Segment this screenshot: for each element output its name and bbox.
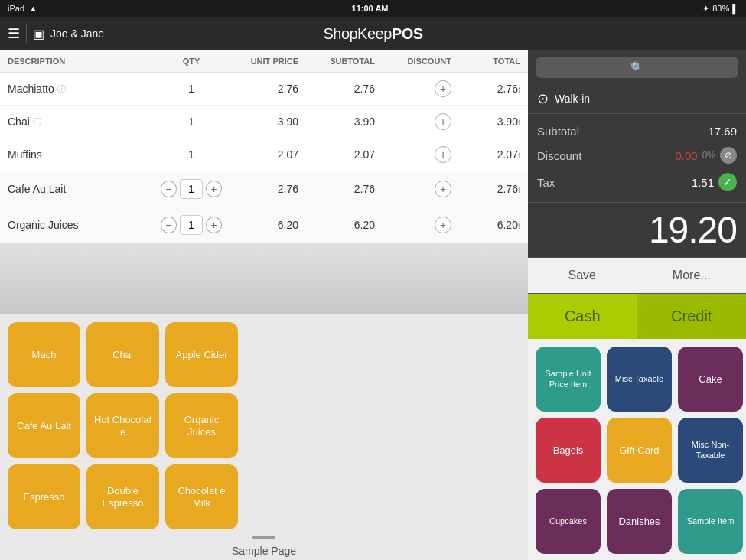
subtotal: 6.20	[298, 219, 375, 231]
unit-price: 6.20	[222, 219, 298, 231]
table-header: DESCRIPTION QTY UNIT PRICE SUBTOTAL DISC…	[0, 50, 528, 73]
qty-input[interactable]: 1	[180, 215, 203, 235]
subtotal: 2.76	[298, 183, 375, 195]
discount-cell: +	[375, 181, 451, 197]
total-amount: 19.20	[649, 210, 737, 250]
register-icon: ▣	[33, 27, 44, 41]
qty-increase-button[interactable]: +	[206, 181, 222, 197]
total-cell: 6.20t	[451, 219, 520, 231]
unit-price: 3.90	[222, 116, 298, 128]
subtotal: 2.76	[298, 83, 375, 95]
discount-cell: +	[375, 146, 451, 163]
qty-cell: − 1 +	[161, 215, 222, 235]
item-name-muffins: Muffins	[8, 148, 161, 161]
subtotal-value: 17.69	[708, 125, 737, 138]
table-row: Organic Juices − 1 + 6.20 6.20 + 6.20t	[0, 207, 528, 243]
customer-row: ⊙ Walk-in	[528, 84, 746, 114]
credit-button[interactable]: Credit	[637, 294, 747, 339]
qty-increase-button[interactable]: +	[206, 217, 222, 233]
product-button-cupcakes[interactable]: Cupcakes	[536, 489, 601, 554]
customer-icon: ⊙	[537, 90, 549, 107]
cash-button[interactable]: Cash	[528, 294, 637, 339]
status-time: 11:00 AM	[352, 4, 389, 13]
product-button-chocolate-milk[interactable]: Chocolat e Milk	[165, 464, 238, 529]
add-discount-button[interactable]: +	[435, 181, 451, 197]
discount-cell: +	[375, 80, 451, 97]
tax-check-icon: ✓	[718, 173, 737, 191]
info-icon[interactable]: ⓘ	[57, 83, 66, 95]
discount-percent: 0%	[702, 150, 715, 161]
logo-regular: ShopKeep	[323, 25, 391, 42]
subtotal: 2.07	[298, 148, 375, 161]
product-button-espresso[interactable]: Espresso	[8, 464, 80, 529]
add-discount-button[interactable]: +	[435, 217, 451, 233]
total-display: 19.20	[528, 203, 746, 258]
discount-controls: 0.00 0% ⊘	[675, 147, 737, 164]
subtotal: 3.90	[298, 116, 375, 128]
edit-discount-button[interactable]: ⊘	[720, 147, 737, 164]
add-discount-button[interactable]: +	[435, 113, 451, 130]
product-button-hot-chocolate[interactable]: Hot Chocolat e	[86, 393, 159, 458]
product-button-cafe-au-lait[interactable]: Cafe Au Lait	[8, 393, 80, 458]
page-indicator	[8, 529, 520, 542]
page-label: Sample Page	[8, 542, 520, 560]
product-button-misc-non-taxable[interactable]: Misc Non-Taxable	[678, 418, 743, 483]
add-discount-button[interactable]: +	[435, 146, 451, 163]
order-summary: Subtotal 17.69 Discount 0.00 0% ⊘ Tax 1.…	[528, 114, 746, 203]
more-button[interactable]: More...	[637, 258, 747, 293]
battery-label: 83%	[712, 4, 729, 13]
app-logo: ShopKeepPOS	[323, 25, 422, 43]
order-spacer	[0, 243, 528, 314]
col-total: TOTAL	[451, 57, 520, 66]
total-cell: 2.76t	[451, 183, 520, 195]
action-buttons: Save More...	[528, 258, 746, 294]
item-name-machiatto: Machiatto ⓘ	[8, 83, 161, 95]
col-unit-price: UNIT PRICE	[222, 57, 298, 66]
save-button[interactable]: Save	[528, 258, 637, 293]
search-input[interactable]	[536, 57, 738, 78]
col-discount: DISCOUNT	[375, 57, 451, 66]
divider	[26, 24, 27, 43]
product-button-gift-card[interactable]: Gift Card	[607, 418, 672, 483]
product-button-bagels[interactable]: Bagels	[536, 418, 601, 483]
add-discount-button[interactable]: +	[435, 80, 451, 97]
tax-row: Tax 1.51 ✓	[537, 168, 737, 196]
product-button-danishes[interactable]: Danishes	[607, 489, 672, 554]
menu-button[interactable]: ☰	[8, 25, 20, 42]
subtotal-row: Subtotal 17.69	[537, 120, 737, 142]
discount-row: Discount 0.00 0% ⊘	[537, 142, 737, 168]
discount-cell: +	[375, 113, 451, 130]
info-icon[interactable]: ⓘ	[33, 116, 41, 128]
product-button-cake[interactable]: Cake	[678, 347, 743, 412]
payment-buttons: Cash Credit	[528, 294, 746, 339]
product-button-apple-cider[interactable]: Apple Cider	[165, 322, 238, 387]
discount-value: 0.00	[675, 149, 697, 162]
product-button-chai[interactable]: Chai	[86, 322, 159, 387]
product-button-sample-unit-price[interactable]: Sample Unit Price Item	[536, 347, 601, 412]
qty-input[interactable]: 1	[180, 179, 203, 199]
product-button-double-espresso[interactable]: Double Espresso	[86, 464, 159, 529]
items-bottom-area: Mach Chai Apple Cider Cafe Au Lait Hot C…	[0, 314, 528, 560]
status-right: ✦ 83% ▌	[702, 4, 738, 14]
total-cell: 2.76t	[451, 83, 520, 95]
status-left: iPad ▲	[8, 4, 37, 13]
wifi-icon: ▲	[29, 4, 37, 13]
app-header: ☰ ▣ Joe & Jane ShopKeepPOS	[0, 17, 746, 50]
product-button-misc-taxable[interactable]: Misc Taxable	[607, 347, 672, 412]
total-cell: 2.07t	[451, 148, 520, 161]
store-name: Joe & Jane	[50, 28, 104, 40]
status-bar: iPad ▲ 11:00 AM ✦ 83% ▌	[0, 0, 746, 17]
header-left: ☰ ▣ Joe & Jane	[8, 24, 104, 43]
ipad-label: iPad	[8, 4, 24, 13]
order-panel: DESCRIPTION QTY UNIT PRICE SUBTOTAL DISC…	[0, 50, 528, 560]
product-button-organic-juices[interactable]: Organic Juices	[165, 393, 238, 458]
product-button-sample-item[interactable]: Sample Item	[678, 489, 743, 554]
customer-name[interactable]: Walk-in	[555, 93, 590, 105]
unit-price: 2.07	[222, 148, 298, 161]
qty-decrease-button[interactable]: −	[161, 217, 177, 233]
product-button-mach[interactable]: Mach	[8, 322, 80, 387]
item-name-organic-juices: Organic Juices	[8, 219, 161, 231]
qty-cell: 1	[161, 83, 222, 95]
qty-decrease-button[interactable]: −	[161, 181, 177, 197]
table-row: Chai ⓘ 1 3.90 3.90 + 3.90t	[0, 106, 528, 138]
